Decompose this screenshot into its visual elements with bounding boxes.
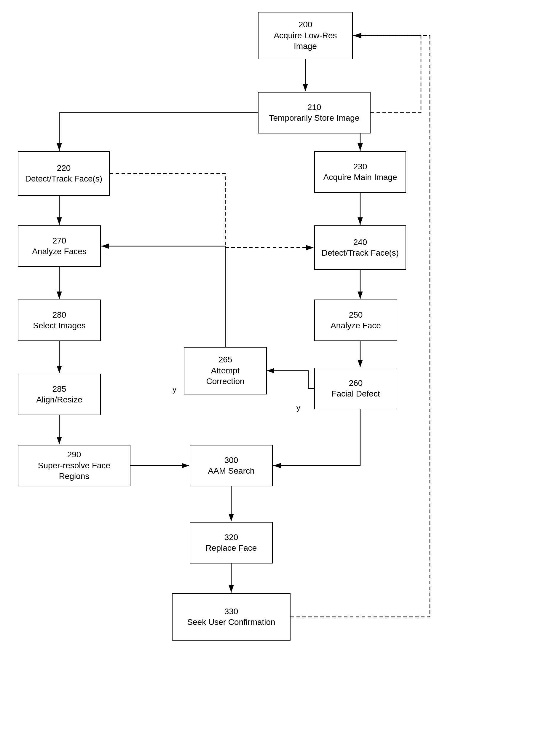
box-label: Acquire Low-Res bbox=[274, 30, 337, 41]
box-b265: 265AttemptCorrection bbox=[184, 347, 267, 395]
box-b285: 285Align/Resize bbox=[18, 374, 101, 415]
box-number: 200 bbox=[299, 19, 312, 30]
box-number: 320 bbox=[224, 532, 238, 543]
box-number: 220 bbox=[57, 163, 71, 173]
box-number: 230 bbox=[353, 161, 367, 172]
box-number: 250 bbox=[349, 309, 363, 320]
box-label: Analyze Face bbox=[331, 320, 381, 331]
box-b210: 210Temporarily Store Image bbox=[258, 92, 371, 133]
box-b320: 320Replace Face bbox=[190, 522, 273, 564]
box-label: Temporarily Store Image bbox=[269, 113, 359, 123]
box-label: Detect/Track Face(s) bbox=[25, 173, 102, 184]
box-number: 290 bbox=[67, 449, 81, 460]
box-label: Image bbox=[294, 41, 317, 52]
box-number: 265 bbox=[218, 354, 232, 365]
box-label: Super-resolve Face Regions bbox=[23, 460, 125, 482]
box-number: 300 bbox=[224, 455, 238, 466]
box-label: Correction bbox=[206, 376, 244, 387]
box-b330: 330Seek User Confirmation bbox=[172, 593, 291, 641]
box-label: Select Images bbox=[33, 320, 85, 331]
box-b200: 200Acquire Low-ResImage bbox=[258, 12, 353, 59]
box-number: 280 bbox=[52, 309, 66, 320]
box-label: Replace Face bbox=[206, 543, 257, 553]
box-b220: 220Detect/Track Face(s) bbox=[18, 151, 110, 196]
box-b270: 270Analyze Faces bbox=[18, 225, 101, 267]
box-number: 285 bbox=[52, 384, 66, 395]
box-label: Detect/Track Face(s) bbox=[322, 248, 399, 258]
box-label: Attempt bbox=[211, 365, 240, 376]
box-b250: 250Analyze Face bbox=[314, 299, 397, 341]
box-label: Align/Resize bbox=[36, 395, 82, 405]
box-b240: 240Detect/Track Face(s) bbox=[314, 225, 406, 270]
box-label: Analyze Faces bbox=[32, 246, 87, 257]
box-b280: 280Select Images bbox=[18, 299, 101, 341]
box-number: 210 bbox=[307, 102, 321, 113]
flowchart-diagram: 200Acquire Low-ResImage210Temporarily St… bbox=[0, 0, 560, 734]
box-b260: 260Facial Defect bbox=[314, 368, 397, 409]
box-b290: 290Super-resolve Face Regions bbox=[18, 445, 130, 486]
box-b230: 230Acquire Main Image bbox=[314, 151, 406, 193]
box-number: 330 bbox=[224, 606, 238, 617]
box-label: Acquire Main Image bbox=[323, 172, 397, 183]
arrow-label-lbl_y1: y bbox=[173, 385, 176, 394]
box-number: 270 bbox=[52, 235, 66, 246]
box-label: Facial Defect bbox=[331, 389, 380, 399]
box-number: 260 bbox=[349, 378, 363, 389]
arrow-label-lbl_y2: y bbox=[296, 403, 300, 413]
box-b300: 300AAM Search bbox=[190, 445, 273, 486]
box-label: AAM Search bbox=[208, 466, 254, 476]
box-label: Seek User Confirmation bbox=[187, 617, 275, 628]
box-number: 240 bbox=[353, 237, 367, 248]
